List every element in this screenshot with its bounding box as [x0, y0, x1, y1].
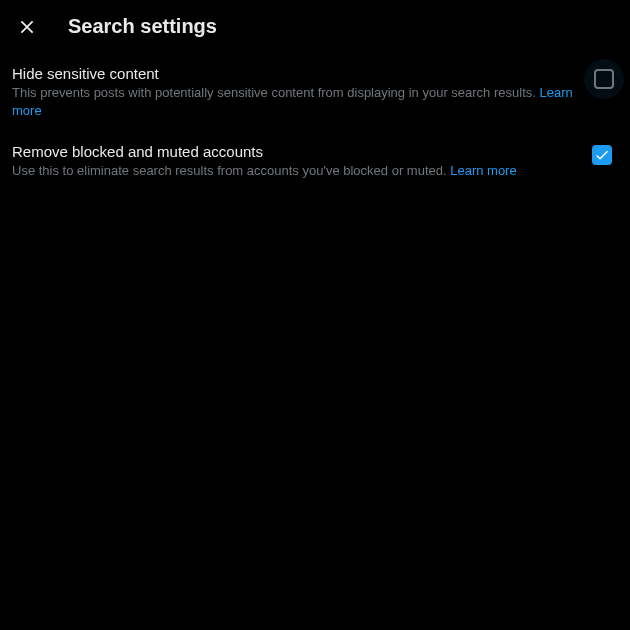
setting-head: Hide sensitive content [12, 65, 618, 82]
settings-list: Hide sensitive content This prevents pos… [0, 53, 630, 192]
setting-hide-sensitive: Hide sensitive content This prevents pos… [0, 53, 630, 131]
setting-title: Remove blocked and muted accounts [12, 143, 263, 160]
setting-title: Hide sensitive content [12, 65, 159, 82]
close-icon [17, 17, 37, 37]
setting-head: Remove blocked and muted accounts [12, 143, 618, 160]
description-text: Use this to eliminate search results fro… [12, 163, 447, 178]
hide-sensitive-checkbox[interactable] [594, 69, 614, 89]
check-icon [594, 147, 610, 163]
modal-header: Search settings [0, 0, 630, 53]
page-title: Search settings [68, 15, 217, 38]
description-text: This prevents posts with potentially sen… [12, 85, 536, 100]
remove-blocked-checkbox[interactable] [592, 145, 612, 165]
setting-description: This prevents posts with potentially sen… [12, 84, 618, 119]
learn-more-link[interactable]: Learn more [450, 163, 516, 178]
setting-description: Use this to eliminate search results fro… [12, 162, 618, 180]
setting-remove-blocked: Remove blocked and muted accounts Use th… [0, 131, 630, 192]
close-button[interactable] [10, 10, 44, 44]
